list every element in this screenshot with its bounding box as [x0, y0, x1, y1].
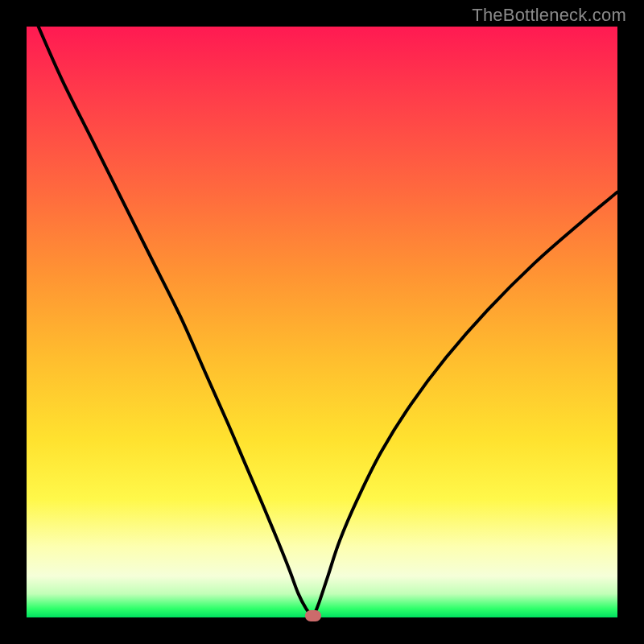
- optimal-point-marker: [305, 610, 321, 621]
- plot-area: [27, 27, 617, 617]
- bottleneck-curve: [27, 27, 617, 617]
- curve-right-branch: [313, 192, 617, 617]
- watermark-text: TheBottleneck.com: [472, 5, 626, 26]
- chart-frame: TheBottleneck.com: [0, 0, 644, 644]
- curve-left-branch: [39, 27, 313, 617]
